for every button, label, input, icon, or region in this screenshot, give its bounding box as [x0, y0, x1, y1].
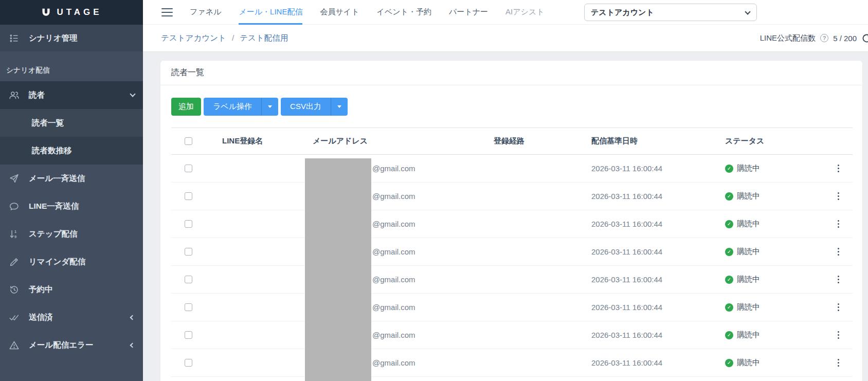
- sidebar-item-line-broadcast[interactable]: LINE一斉送信: [0, 192, 143, 220]
- table-row: @gmail.com 2026-03-11 16:00:44 ✓購読中: [171, 266, 853, 294]
- sidebar-item-label: 送信済: [29, 312, 53, 323]
- email-text: @gmail.com: [372, 220, 415, 228]
- csv-export-button[interactable]: CSV出力: [281, 98, 348, 116]
- chevron-left-icon: [130, 315, 135, 320]
- row-menu-button[interactable]: [834, 246, 843, 258]
- row-menu-button[interactable]: [834, 190, 843, 203]
- email-text: @gmail.com: [372, 275, 415, 284]
- cell-base-datetime: 2026-03-11 16:00:44: [577, 155, 711, 183]
- tab-ai-assist[interactable]: AIアシスト: [505, 0, 545, 25]
- double-check-icon: [8, 312, 20, 323]
- breadcrumb-account-link[interactable]: テストアカウント: [161, 33, 226, 44]
- sort-numeric-icon: 19: [8, 228, 20, 240]
- sidebar-item-scheduled[interactable]: 予約中: [0, 276, 143, 303]
- status-text: 購読中: [737, 358, 760, 368]
- table-row: @gmail.com 2026-03-11 16:00:44 ✓購読中: [171, 294, 853, 321]
- sidebar-section-label: シナリオ配信: [0, 51, 143, 81]
- cell-line-name: [207, 349, 300, 377]
- cell-route: [480, 266, 577, 294]
- row-checkbox[interactable]: [185, 220, 192, 228]
- header-status: ステータス: [711, 128, 824, 155]
- cell-base-datetime: 2026-03-11 16:00:44: [577, 349, 711, 377]
- add-button[interactable]: 追加: [171, 98, 201, 116]
- row-checkbox[interactable]: [185, 192, 192, 200]
- row-menu-button[interactable]: [834, 162, 843, 175]
- svg-text:1: 1: [14, 229, 16, 234]
- caret-down-icon: [268, 105, 272, 108]
- svg-text:9: 9: [14, 234, 16, 239]
- cell-base-datetime: 2026-03-11 16:00:44: [577, 183, 711, 210]
- utage-logo[interactable]: UTAGE: [0, 0, 143, 25]
- label-operations-dropdown-toggle[interactable]: [261, 98, 278, 116]
- email-text: @gmail.com: [372, 358, 415, 367]
- status-check-icon: ✓: [725, 248, 733, 256]
- sidebar-item-label: リマインダ配信: [29, 257, 85, 267]
- main-tabs: ファネル メール・LINE配信 会員サイト イベント・予約 パートナー AIアシ…: [190, 0, 545, 25]
- label-operations-button[interactable]: ラベル操作: [204, 98, 278, 116]
- line-quota-value: 5 / 200: [833, 34, 857, 43]
- tab-member-site[interactable]: 会員サイト: [320, 0, 359, 25]
- status-text: 購読中: [737, 302, 760, 312]
- sidebar: UTAGE シナリオ管理 シナリオ配信 読者 読者一覧 読者数推移 メール一斉送…: [0, 0, 143, 381]
- table-row: @gmail.com 2026-03-11 16:00:44 ✓購読中: [171, 183, 853, 210]
- status-text: 購読中: [737, 247, 760, 257]
- reader-table: LINE登録名 メールアドレス 登録経路 配信基準日時 ステータス @gmail…: [171, 128, 853, 381]
- row-menu-button[interactable]: [834, 357, 843, 369]
- account-select[interactable]: テストアカウント: [584, 4, 757, 21]
- row-checkbox[interactable]: [185, 331, 192, 339]
- tab-mail-line-delivery[interactable]: メール・LINE配信: [239, 0, 302, 25]
- row-checkbox[interactable]: [185, 303, 192, 311]
- table-row: @gmail.com 2026-03-11 16:00:44 ✓購読中: [171, 377, 853, 381]
- cell-line-name: [207, 377, 300, 381]
- sidebar-item-step-delivery[interactable]: 19 ステップ配信: [0, 220, 143, 248]
- cell-status: ✓購読中: [711, 238, 824, 266]
- select-all-checkbox[interactable]: [185, 137, 192, 145]
- sidebar-item-label: LINE一斉送信: [29, 201, 79, 212]
- sidebar-item-mail-error[interactable]: メール配信エラー: [0, 331, 143, 359]
- csv-export-dropdown-toggle[interactable]: [331, 98, 348, 116]
- sidebar-item-label: 読者: [29, 90, 45, 101]
- csv-export-label: CSV出力: [281, 98, 331, 116]
- page-title: 読者一覧: [171, 67, 204, 78]
- sidebar-item-sent[interactable]: 送信済: [0, 303, 143, 331]
- row-checkbox[interactable]: [185, 165, 192, 172]
- paper-plane-icon: [8, 173, 20, 184]
- cell-base-datetime: 2026-03-11 16:00:44: [577, 238, 711, 266]
- cell-line-name: [207, 266, 300, 294]
- sidebar-item-mail-broadcast[interactable]: メール一斉送信: [0, 165, 143, 192]
- sidebar-item-reader-count-trend[interactable]: 読者数推移: [0, 137, 143, 165]
- cell-route: [480, 321, 577, 349]
- row-menu-button[interactable]: [834, 218, 843, 230]
- row-checkbox[interactable]: [185, 248, 192, 256]
- refresh-icon[interactable]: [861, 33, 868, 44]
- sidebar-item-reminder-delivery[interactable]: リマインダ配信: [0, 248, 143, 276]
- line-quota-label: LINE公式配信数: [760, 33, 816, 43]
- tab-event-booking[interactable]: イベント・予約: [377, 0, 431, 25]
- help-icon[interactable]: ?: [820, 34, 828, 42]
- cell-base-datetime: 2026-03-11 16:00:44: [577, 377, 711, 381]
- header-route: 登録経路: [480, 128, 577, 155]
- cell-route: [480, 183, 577, 210]
- cell-route: [480, 155, 577, 183]
- list-icon: [8, 32, 20, 44]
- row-checkbox[interactable]: [185, 276, 192, 283]
- cell-route: [480, 349, 577, 377]
- cell-status: ✓購読中: [711, 183, 824, 210]
- users-icon: [8, 89, 20, 101]
- row-menu-button[interactable]: [834, 274, 843, 286]
- sidebar-item-reader-list[interactable]: 読者一覧: [0, 109, 143, 137]
- row-menu-button[interactable]: [834, 301, 843, 314]
- row-menu-button[interactable]: [834, 329, 843, 341]
- hamburger-menu-icon[interactable]: [161, 8, 173, 16]
- cell-line-name: [207, 183, 300, 210]
- breadcrumb-current-link[interactable]: テスト配信用: [240, 33, 288, 44]
- tab-funnel[interactable]: ファネル: [190, 0, 221, 25]
- cell-status: ✓購読中: [711, 266, 824, 294]
- sidebar-item-label: メール一斉送信: [29, 173, 85, 184]
- sidebar-item-scenario-management[interactable]: シナリオ管理: [0, 25, 143, 51]
- row-checkbox[interactable]: [185, 359, 192, 367]
- cell-line-name: [207, 210, 300, 238]
- tab-partner[interactable]: パートナー: [449, 0, 488, 25]
- cell-status: ✓購読中: [711, 155, 824, 183]
- sidebar-item-readers[interactable]: 読者: [0, 81, 143, 109]
